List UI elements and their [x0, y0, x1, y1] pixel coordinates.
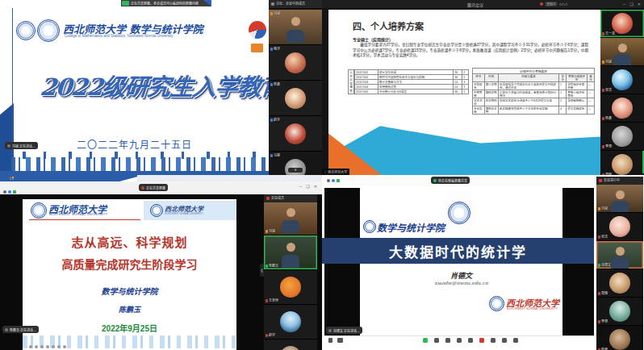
record-icon[interactable]	[479, 338, 484, 343]
zoom-icon[interactable]	[57, 345, 61, 348]
university-name-en: NORTHWEST NORMAL UNIVERSITY	[507, 307, 558, 310]
top-strip	[0, 175, 322, 181]
record-dot-icon	[540, 2, 543, 6]
skyline-graphic	[11, 157, 266, 171]
window-title: 腾讯会议	[467, 2, 483, 7]
mic-status-icon	[270, 83, 273, 86]
minimize-button[interactable]: ─	[299, 184, 303, 189]
whiteboard-icon[interactable]	[434, 338, 439, 343]
university-seal-icon	[150, 204, 163, 217]
participant-tile[interactable]: 肖德文	[596, 241, 643, 269]
participant-tile[interactable]: 杨洋	[269, 45, 322, 81]
participant-tile[interactable]: 张洁	[596, 213, 643, 241]
participant-tile[interactable]: 刘斌	[600, 38, 644, 66]
record-indicator: 录制中 475人	[540, 2, 568, 6]
mic-muted-icon[interactable]	[327, 179, 330, 182]
participant-name: 刘斌	[269, 229, 275, 233]
participant-tile[interactable]: 周楠	[600, 151, 644, 175]
settings-icon[interactable]	[513, 338, 518, 343]
watching-share-pill[interactable]: 你正在观看屏幕共享	[431, 177, 470, 184]
participant-name: 杨洋	[274, 47, 280, 51]
header-right: 西北师范大学 NORTHWEST NORMAL UNIVERSITY	[144, 201, 236, 220]
rail-header[interactable]: 会议进行中	[596, 177, 643, 185]
speaker-icon	[7, 144, 10, 148]
participant-tile[interactable]: 陈晨	[596, 326, 643, 350]
presentation-toolbar[interactable]	[29, 345, 66, 348]
toolbar-left	[328, 338, 343, 343]
rail-header[interactable]: 会议成员	[264, 194, 317, 202]
minimize-button[interactable]: ─	[623, 2, 626, 6]
slide-date: 2022年9月25日	[23, 322, 236, 334]
docs-icon[interactable]	[502, 338, 507, 343]
apps-icon[interactable]	[468, 338, 473, 343]
camera-icon[interactable]	[332, 179, 335, 182]
rail-header[interactable]: 讨论：会议中的成员	[269, 0, 322, 8]
mic-muted-icon[interactable]	[3, 190, 6, 194]
eraser-icon[interactable]	[46, 345, 49, 348]
right-table-wrap: 必修环节与考核要求 环节时间内容与要求学分考核与成绩评定备注开题报告第三学期在导…	[472, 68, 595, 115]
close-button[interactable]: ✕	[314, 184, 317, 189]
shared-slide: 四、个人培养方案 专业硕士（应用统计） 最低学分要求为37学分。全日制专业学位研…	[328, 10, 600, 175]
participant-tile[interactable]: 李想	[264, 340, 317, 350]
highlighter-icon[interactable]	[40, 345, 44, 348]
participants-icon[interactable]	[457, 338, 462, 343]
live-icon[interactable]	[491, 338, 496, 343]
participant-tile[interactable]: 周楠	[596, 269, 643, 298]
participant-name: 马琳	[274, 153, 280, 157]
pen-icon[interactable]	[29, 345, 32, 348]
more-icon[interactable]	[63, 345, 66, 348]
participant-tile[interactable]: 赵宇	[269, 116, 322, 152]
speaker-indicator-pill[interactable]: 刘斌 正在讲话…	[5, 142, 38, 149]
participant-name: 周楠	[601, 291, 608, 295]
maximize-button[interactable]: ❏	[306, 184, 309, 189]
camera-icon[interactable]	[337, 338, 343, 343]
share-icon	[141, 186, 144, 190]
table-side-caption: 公共必修课程	[348, 69, 354, 94]
participant-tile[interactable]: 陈晨	[269, 81, 322, 116]
maximize-button[interactable]: ❏	[629, 2, 633, 6]
participant-label: 周楠	[598, 291, 608, 295]
close-button[interactable]: ✕	[638, 2, 641, 6]
collapse-rail-button[interactable]: ∨	[288, 168, 303, 173]
mic-icon[interactable]	[328, 338, 332, 343]
participant-tile[interactable]: 赵宇	[264, 305, 317, 340]
share-active-icon	[122, 1, 129, 6]
quadrant-intro-slide: 正在共享屏幕，参会成员可以看到你的屏幕内容 西北师范大学 数学与统计学院 Col…	[0, 0, 322, 175]
camera-icon[interactable]	[8, 190, 11, 194]
participant-tile[interactable]: 刘斌	[269, 10, 322, 45]
participant-tile[interactable]: 王老师	[264, 270, 317, 305]
participant-tile[interactable]: 李想	[600, 123, 644, 151]
speaker-indicator-pill[interactable]: 肖德文 正在讲话…	[326, 327, 362, 334]
person-body	[611, 257, 629, 269]
share-screen-icon[interactable]	[423, 338, 428, 343]
window-titlebar[interactable]: 腾讯会议 录制中 475人 ─ ❏ ✕	[322, 0, 644, 8]
laser-icon[interactable]	[35, 345, 38, 348]
participant-label: 王老师	[266, 298, 278, 302]
avatar	[612, 98, 633, 119]
speaker-icon	[328, 329, 332, 332]
participant-tile[interactable]: 王一诺	[600, 10, 644, 38]
screen-share-pill[interactable]: 正在共享屏幕	[139, 184, 168, 191]
slides-icon[interactable]	[52, 345, 55, 348]
participant-tile[interactable]: 张洁	[600, 66, 644, 94]
speaker-indicator-pill[interactable]: 陈鹏玉 正在讲话…	[2, 326, 39, 333]
invite-icon[interactable]	[445, 338, 450, 343]
slide-title: 四、个人培养方案	[353, 19, 424, 32]
participant-tile[interactable]: 陈鹏玉	[264, 235, 317, 270]
participant-tile[interactable]: 刘斌	[264, 201, 317, 235]
participant-tile[interactable]: 刘斌	[596, 185, 643, 213]
avatar	[612, 154, 633, 175]
participants-list: 刘斌 张洁	[596, 185, 643, 350]
university-name-en-small: NORTHWEST NORMAL UNIVERSITY	[165, 212, 203, 215]
participant-tile[interactable]: 李想	[596, 298, 643, 326]
participant-name: 张洁	[601, 235, 608, 239]
participant-tile[interactable]: 陈晨	[600, 94, 644, 123]
screen-share-bar[interactable]: 正在共享屏幕，参会成员可以看到你的屏幕内容	[121, 0, 211, 6]
person-body	[282, 255, 299, 268]
apps-grid-icon[interactable]	[10, 177, 14, 181]
mic-status-icon	[266, 230, 268, 233]
person-body	[282, 220, 299, 233]
mic-status-icon	[602, 145, 604, 148]
person-body	[611, 201, 629, 213]
avatar	[280, 346, 301, 350]
